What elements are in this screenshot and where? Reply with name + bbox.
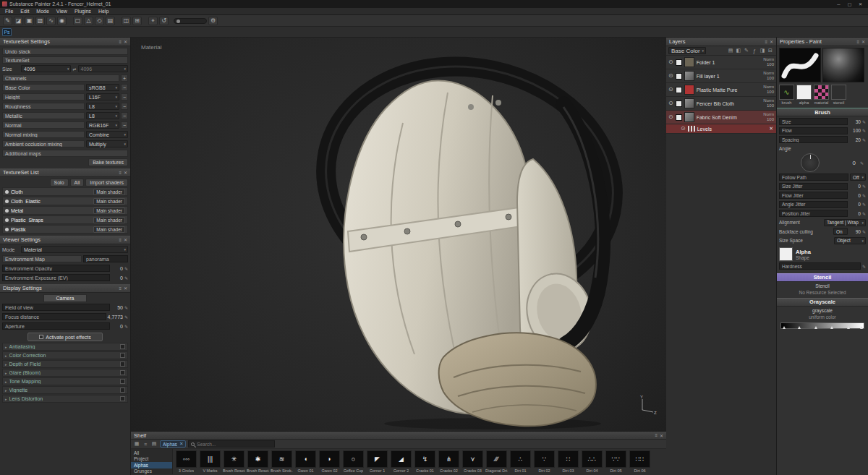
menu-item[interactable]: Plugins bbox=[71, 9, 95, 14]
paint-brush-tool[interactable]: ✎ bbox=[3, 17, 12, 25]
bake-textures-button[interactable]: Bake textures bbox=[88, 158, 128, 166]
delete-layer-icon[interactable]: ⊟ bbox=[767, 47, 774, 54]
effect-enabled-checkbox[interactable] bbox=[120, 353, 125, 358]
layer-thumbnail[interactable] bbox=[684, 85, 694, 95]
shelf-category[interactable]: Alphas bbox=[131, 462, 172, 468]
edit-value-icon[interactable]: ✎ bbox=[124, 314, 128, 320]
layer-row[interactable]: ⊙ Fencer Bib Cloth Norm100 bbox=[666, 97, 776, 111]
backface-toggle[interactable]: On bbox=[833, 228, 848, 235]
camera-field-slider[interactable]: Focus distance bbox=[2, 313, 106, 320]
filter-chip-alphas[interactable]: Alphas ✕ bbox=[160, 440, 186, 448]
edit-value-icon[interactable]: ✎ bbox=[862, 193, 866, 198]
environment-map-field[interactable]: panorama bbox=[83, 255, 128, 262]
tool-options-icon[interactable]: ⚙ bbox=[208, 17, 218, 25]
visibility-eye-icon[interactable]: ⊙ bbox=[668, 87, 673, 93]
add-mask-icon[interactable]: ◨ bbox=[759, 47, 766, 54]
edit-value-icon[interactable]: ✎ bbox=[862, 128, 866, 133]
export-photoshop-icon[interactable]: Ps bbox=[2, 28, 12, 36]
channel-format-dropdown[interactable]: L8▾ bbox=[86, 112, 119, 119]
shelf-item[interactable]: ≋ Brush Strok... bbox=[271, 450, 293, 473]
effect-enabled-checkbox[interactable] bbox=[120, 370, 125, 375]
normal-mixing-dropdown[interactable]: Combine▾ bbox=[86, 131, 128, 138]
brush-param-slider[interactable]: Spacing bbox=[779, 136, 848, 143]
expand-arrow-icon[interactable]: ▸ bbox=[5, 345, 7, 349]
brush-param-slider[interactable]: Flow bbox=[779, 127, 848, 134]
edit-value-icon[interactable]: ✎ bbox=[862, 137, 866, 142]
link-size-icon[interactable]: ⇄ bbox=[72, 67, 76, 72]
panel-close-icon[interactable]: ✕ bbox=[861, 39, 865, 44]
menu-item[interactable]: Mode bbox=[33, 9, 53, 14]
camera-field-slider[interactable]: Field of view bbox=[2, 304, 110, 311]
edit-value-icon[interactable]: ✎ bbox=[124, 324, 128, 329]
post-effect-section[interactable]: ▸ Vignette bbox=[2, 386, 128, 394]
textureset-row[interactable]: Plastik Main shader bbox=[2, 225, 128, 234]
panel-close-icon[interactable]: ✕ bbox=[124, 237, 127, 242]
expand-arrow-icon[interactable]: ▸ bbox=[5, 362, 7, 367]
shader-link-button[interactable]: Main shader bbox=[93, 189, 125, 195]
geometry-mask-triangle-icon[interactable]: △ bbox=[84, 17, 93, 25]
material-thumb[interactable]: material bbox=[814, 85, 829, 105]
shelf-item[interactable]: ◦◦◦ 3 Circles bbox=[175, 450, 197, 473]
remove-filter-icon[interactable]: ✕ bbox=[179, 441, 183, 447]
expand-arrow-icon[interactable]: ▸ bbox=[5, 354, 7, 358]
remove-channel-button[interactable]: − bbox=[121, 121, 128, 129]
activate-post-effects-button[interactable]: Activate post effects bbox=[27, 333, 103, 341]
brush-section-header[interactable]: Brush bbox=[777, 108, 868, 116]
close-button[interactable]: ✕ bbox=[855, 1, 866, 8]
add-fill-layer-icon[interactable]: ◧ bbox=[735, 47, 742, 54]
thumbnails-view-icon[interactable]: ▦ bbox=[133, 440, 140, 448]
jitter-slider[interactable]: Position Jitter bbox=[779, 210, 848, 217]
environment-exposure-slider[interactable]: Environment Exposure (EV) bbox=[2, 274, 110, 281]
visibility-eye-icon[interactable]: ⊙ bbox=[668, 59, 673, 65]
separator[interactable] bbox=[68, 17, 72, 25]
lazy-mouse-icon[interactable]: ↺ bbox=[159, 17, 169, 25]
separator[interactable] bbox=[116, 17, 120, 25]
channel-filter-dropdown[interactable]: Base Color▾ bbox=[668, 47, 706, 54]
viewer-mode-dropdown[interactable]: Material▾ bbox=[21, 246, 128, 253]
visibility-eye-icon[interactable]: ⊙ bbox=[681, 126, 686, 132]
size-height-dropdown[interactable]: 4096▾ bbox=[78, 65, 128, 72]
perspective-toggle[interactable]: ⊞ bbox=[132, 17, 142, 25]
polygon-fill-tool[interactable]: ▧ bbox=[35, 17, 45, 25]
panel-options-icon[interactable]: ≡ bbox=[856, 39, 859, 44]
material-preview-sphere[interactable] bbox=[822, 48, 864, 82]
search-input[interactable] bbox=[197, 442, 272, 447]
gradient-stop-handle[interactable] bbox=[814, 326, 817, 329]
panel-options-icon[interactable]: ≡ bbox=[765, 39, 767, 44]
layer-mask-thumbnail[interactable] bbox=[676, 87, 682, 93]
projection-tool[interactable]: ▣ bbox=[25, 17, 34, 25]
follow-path-dropdown[interactable]: Off▾ bbox=[850, 174, 866, 181]
follow-path-field[interactable]: Follow Path bbox=[779, 174, 848, 181]
gradient-stop-handle[interactable] bbox=[830, 326, 833, 329]
alpha-shape-thumbnail[interactable] bbox=[779, 247, 793, 261]
post-effect-section[interactable]: ▸ Color Correction bbox=[2, 351, 128, 359]
menu-item[interactable]: File bbox=[1, 9, 17, 14]
jitter-slider[interactable]: Size Jitter bbox=[779, 183, 848, 190]
clone-stamp-tool[interactable]: ◉ bbox=[57, 17, 67, 25]
brush-param-slider[interactable]: Size bbox=[779, 118, 848, 125]
ao-mixing-dropdown[interactable]: Multiply▾ bbox=[86, 140, 128, 147]
shader-link-button[interactable]: Main shader bbox=[93, 198, 125, 205]
geometry-mask-object-icon[interactable]: ▢ bbox=[73, 17, 82, 25]
grayscale-gradient-editor[interactable] bbox=[780, 322, 864, 329]
size-width-dropdown[interactable]: 4096▾ bbox=[21, 65, 71, 72]
additional-maps-bar[interactable]: Additional maps bbox=[2, 150, 128, 157]
levels-effect-row[interactable]: ⊙ Levels ✕ bbox=[666, 124, 776, 134]
jitter-slider[interactable]: Flow Jitter bbox=[779, 192, 848, 199]
alpha-thumb[interactable]: alpha bbox=[796, 85, 812, 105]
edit-value-icon[interactable]: ✎ bbox=[862, 184, 866, 189]
textureset-row[interactable]: Cloth_Elastic Main shader bbox=[2, 197, 128, 205]
shelf-item[interactable]: ↯ Cracks 01 bbox=[414, 450, 436, 473]
layer-mask-thumbnail[interactable] bbox=[676, 114, 682, 121]
layer-mask-thumbnail[interactable] bbox=[676, 73, 682, 80]
shelf-item[interactable]: ◢ Corner 2 bbox=[390, 450, 412, 473]
symmetry-toggle[interactable]: ◫ bbox=[122, 17, 131, 25]
menu-item[interactable]: View bbox=[53, 9, 71, 14]
remove-effect-icon[interactable]: ✕ bbox=[769, 126, 773, 132]
smudge-tool[interactable]: ∿ bbox=[46, 17, 56, 25]
list-view-icon[interactable]: ≡ bbox=[142, 440, 149, 448]
fencing-helmet-model[interactable] bbox=[131, 38, 666, 431]
shelf-category[interactable]: All bbox=[131, 450, 172, 456]
shelf-item[interactable]: ◤ Corner 1 bbox=[366, 450, 388, 473]
shelf-item[interactable]: ⋎ Cracks 03 bbox=[461, 450, 484, 473]
